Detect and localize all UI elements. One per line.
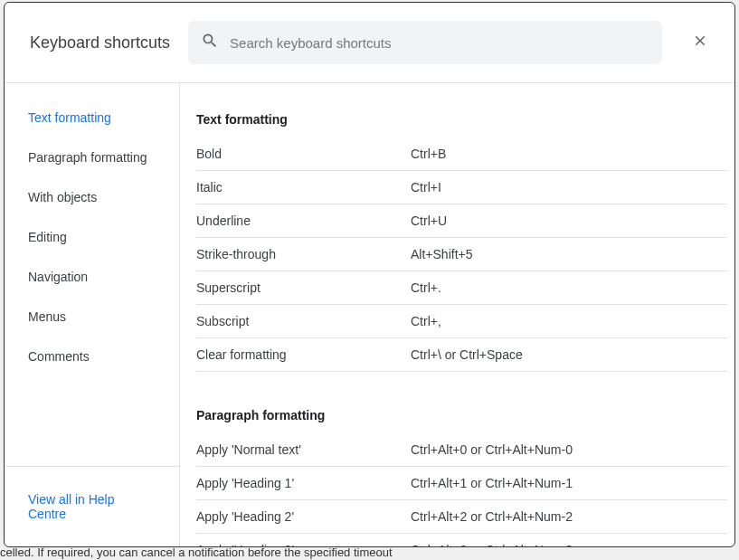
shortcut-label: Bold xyxy=(196,147,411,161)
shortcut-label: Subscript xyxy=(196,314,411,328)
shortcut-keys: Ctrl+B xyxy=(411,147,727,161)
nav-item-paragraph-formatting[interactable]: Paragraph formatting xyxy=(5,138,179,177)
shortcut-row: Apply 'Heading 2'Ctrl+Alt+2 or Ctrl+Alt+… xyxy=(196,500,727,534)
shortcut-keys: Ctrl+U xyxy=(411,214,727,228)
shortcut-row: ItalicCtrl+I xyxy=(196,171,727,204)
shortcut-label: Clear formatting xyxy=(196,347,411,362)
shortcut-label: Strike-through xyxy=(196,247,411,261)
sidebar: Text formattingParagraph formattingWith … xyxy=(5,83,180,546)
shortcut-row: Apply 'Heading 3'Ctrl+Alt+3 or Ctrl+Alt+… xyxy=(196,534,727,546)
shortcut-row: BoldCtrl+B xyxy=(196,138,727,171)
search-icon xyxy=(201,32,219,53)
shortcut-keys: Ctrl+I xyxy=(411,180,727,195)
shortcut-label: Apply 'Heading 1' xyxy=(196,476,411,490)
shortcut-row: Apply 'Heading 1'Ctrl+Alt+1 or Ctrl+Alt+… xyxy=(196,467,727,500)
shortcut-keys: Ctrl+Alt+2 or Ctrl+Alt+Num-2 xyxy=(411,509,727,524)
section-title: Text formatting xyxy=(196,98,727,138)
shortcut-row: SubscriptCtrl+, xyxy=(196,305,727,338)
help-centre-link[interactable]: View all in Help Centre xyxy=(5,466,179,546)
shortcut-label: Apply 'Normal text' xyxy=(196,442,411,457)
dialog-body: Text formattingParagraph formattingWith … xyxy=(5,83,734,546)
search-box[interactable] xyxy=(188,21,662,64)
background-document-text: celled. If required, you can cancel a no… xyxy=(0,546,393,559)
shortcut-keys: Alt+Shift+5 xyxy=(411,247,727,261)
shortcut-label: Italic xyxy=(196,180,411,195)
shortcut-row: Apply 'Normal text'Ctrl+Alt+0 or Ctrl+Al… xyxy=(196,433,727,467)
shortcut-label: Superscript xyxy=(196,280,411,295)
shortcut-keys: Ctrl+Alt+0 or Ctrl+Alt+Num-0 xyxy=(411,442,727,457)
shortcuts-content[interactable]: Text formattingBoldCtrl+BItalicCtrl+IUnd… xyxy=(180,83,734,546)
search-input[interactable] xyxy=(230,35,649,51)
shortcut-keys: Ctrl+, xyxy=(411,314,727,328)
shortcut-row: UnderlineCtrl+U xyxy=(196,204,727,238)
nav-item-editing[interactable]: Editing xyxy=(5,217,179,257)
shortcut-row: Clear formattingCtrl+\ or Ctrl+Space xyxy=(196,338,727,372)
shortcut-row: SuperscriptCtrl+. xyxy=(196,271,727,305)
shortcut-keys: Ctrl+Alt+1 or Ctrl+Alt+Num-1 xyxy=(411,476,727,490)
nav-list: Text formattingParagraph formattingWith … xyxy=(5,83,179,466)
keyboard-shortcuts-dialog: Keyboard shortcuts Text formattingParagr… xyxy=(4,2,735,547)
nav-item-menus[interactable]: Menus xyxy=(5,297,179,337)
nav-item-comments[interactable]: Comments xyxy=(5,337,179,376)
section-paragraph-formatting: Paragraph formattingApply 'Normal text'C… xyxy=(196,394,727,546)
close-button[interactable] xyxy=(687,30,713,55)
close-icon xyxy=(692,31,708,54)
nav-item-navigation[interactable]: Navigation xyxy=(5,257,179,297)
dialog-header: Keyboard shortcuts xyxy=(5,3,734,83)
shortcut-label: Apply 'Heading 3' xyxy=(196,543,411,546)
shortcut-label: Underline xyxy=(196,214,411,228)
shortcut-label: Apply 'Heading 2' xyxy=(196,509,411,524)
dialog-title: Keyboard shortcuts xyxy=(30,33,170,52)
section-text-formatting: Text formattingBoldCtrl+BItalicCtrl+IUnd… xyxy=(196,98,727,372)
shortcut-keys: Ctrl+\ or Ctrl+Space xyxy=(411,347,727,362)
shortcut-row: Strike-throughAlt+Shift+5 xyxy=(196,238,727,271)
shortcut-keys: Ctrl+. xyxy=(411,280,727,295)
shortcut-keys: Ctrl+Alt+3 or Ctrl+Alt+Num-3 xyxy=(411,543,727,546)
nav-item-text-formatting[interactable]: Text formatting xyxy=(5,98,179,138)
nav-item-with-objects[interactable]: With objects xyxy=(5,177,179,217)
section-title: Paragraph formatting xyxy=(196,394,727,433)
